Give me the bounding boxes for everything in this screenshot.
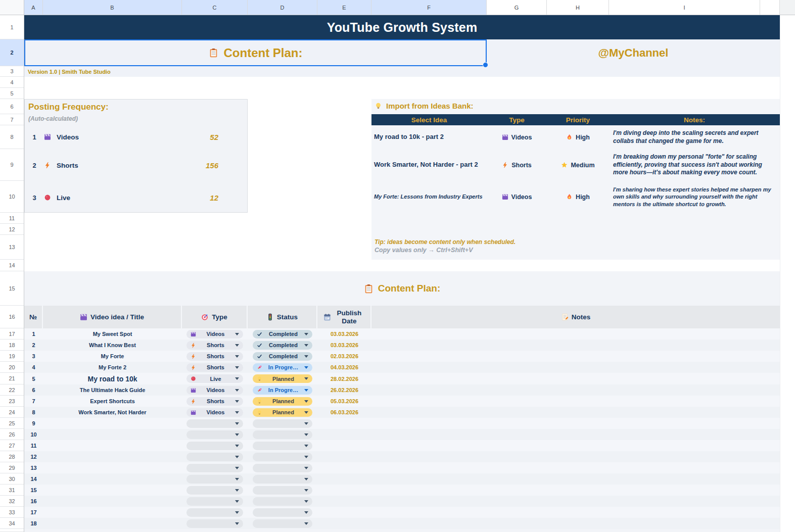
column-header-G[interactable]: G <box>487 0 547 15</box>
column-header-F[interactable]: F <box>371 0 487 15</box>
row-header-31[interactable]: 31 <box>0 485 24 496</box>
status-dropdown[interactable]: Planned <box>253 374 312 383</box>
notes-cell[interactable] <box>371 384 780 396</box>
video-title-cell[interactable] <box>43 462 182 473</box>
row-header-13[interactable]: 13 <box>0 235 24 260</box>
type-dropdown[interactable] <box>186 453 243 461</box>
type-dropdown[interactable]: Shorts <box>186 363 243 372</box>
row-header-33[interactable]: 33 <box>0 507 24 518</box>
status-dropdown[interactable] <box>253 486 312 495</box>
video-title-cell[interactable] <box>43 473 182 485</box>
idea-title-cell[interactable]: My road to 10k - part 2 <box>371 125 487 149</box>
video-title-cell[interactable]: My Forte <box>43 351 182 362</box>
publish-date-cell[interactable] <box>317 429 371 440</box>
column-header-C[interactable]: C <box>182 0 248 15</box>
type-dropdown[interactable]: Live <box>186 374 243 383</box>
row-header-18[interactable]: 18 <box>0 340 24 351</box>
type-dropdown[interactable] <box>186 497 243 506</box>
row-header-26[interactable]: 26 <box>0 429 24 440</box>
publish-date-cell[interactable]: 05.03.2026 <box>317 396 371 407</box>
notes-cell[interactable] <box>371 496 780 507</box>
row-header-2[interactable]: 2 <box>0 39 24 66</box>
notes-cell[interactable] <box>371 440 780 451</box>
publish-date-cell[interactable] <box>317 473 371 485</box>
status-dropdown[interactable] <box>253 497 312 506</box>
video-title-cell[interactable] <box>43 485 182 496</box>
row-header-1[interactable]: 1 <box>0 15 24 39</box>
row-header-5[interactable]: 5 <box>0 88 24 99</box>
column-header-I[interactable]: I <box>609 0 760 15</box>
column-header-E[interactable]: E <box>317 0 371 15</box>
row-header-3[interactable]: 3 <box>0 66 24 77</box>
status-dropdown[interactable]: Completed <box>253 341 312 350</box>
publish-date-cell[interactable]: 02.03.2026 <box>317 351 371 362</box>
publish-date-cell[interactable] <box>317 462 371 473</box>
video-title-cell[interactable]: Work Smarter, Not Harder <box>43 407 182 418</box>
status-dropdown[interactable]: In Progre… <box>253 386 312 395</box>
publish-date-cell[interactable] <box>317 485 371 496</box>
video-title-cell[interactable]: My road to 10k <box>43 373 182 384</box>
column-header-A[interactable]: A <box>24 0 43 15</box>
row-header-17[interactable]: 17 <box>0 328 24 340</box>
status-dropdown[interactable]: Planned <box>253 408 312 417</box>
notes-cell[interactable] <box>371 351 780 362</box>
status-dropdown[interactable]: Completed <box>253 352 312 361</box>
row-header-15[interactable]: 15 <box>0 271 24 306</box>
video-title-cell[interactable] <box>43 418 182 429</box>
column-header-D[interactable]: D <box>248 0 317 15</box>
type-dropdown[interactable]: Shorts <box>186 341 243 350</box>
publish-date-cell[interactable]: 04.03.2026 <box>317 362 371 373</box>
row-header-12[interactable]: 12 <box>0 224 24 235</box>
video-title-cell[interactable] <box>43 496 182 507</box>
row-header-32[interactable]: 32 <box>0 496 24 507</box>
notes-cell[interactable] <box>371 407 780 418</box>
status-dropdown[interactable] <box>253 453 312 461</box>
row-header-24[interactable]: 24 <box>0 407 24 418</box>
status-dropdown[interactable] <box>253 419 312 428</box>
publish-date-cell[interactable]: 26.02.2026 <box>317 384 371 396</box>
publish-date-cell[interactable]: 03.03.2026 <box>317 340 371 351</box>
publish-date-cell[interactable]: 03.03.2026 <box>317 328 371 340</box>
notes-cell[interactable] <box>371 518 780 529</box>
channel-name-cell[interactable]: @MyChannel <box>487 39 780 66</box>
notes-cell[interactable] <box>371 418 780 429</box>
publish-date-cell[interactable] <box>317 440 371 451</box>
row-header-10[interactable]: 10 <box>0 181 24 213</box>
row-header-23[interactable]: 23 <box>0 396 24 407</box>
column-header-B[interactable]: B <box>43 0 182 15</box>
notes-cell[interactable] <box>371 373 780 384</box>
type-dropdown[interactable] <box>186 442 243 450</box>
sheet-corner-selector[interactable] <box>0 0 24 15</box>
row-header-27[interactable]: 27 <box>0 440 24 451</box>
notes-cell[interactable] <box>371 451 780 462</box>
status-dropdown[interactable]: In Progre… <box>253 363 312 372</box>
row-header-8[interactable]: 8 <box>0 125 24 149</box>
row-header-7[interactable]: 7 <box>0 114 24 125</box>
type-dropdown[interactable] <box>186 519 243 528</box>
type-dropdown[interactable] <box>186 475 243 483</box>
notes-cell[interactable] <box>371 429 780 440</box>
status-dropdown[interactable] <box>253 430 312 439</box>
video-title-cell[interactable]: My Forte 2 <box>43 362 182 373</box>
row-header-14[interactable]: 14 <box>0 260 24 271</box>
notes-cell[interactable] <box>371 362 780 373</box>
column-header-H[interactable]: H <box>547 0 609 15</box>
type-dropdown[interactable] <box>186 464 243 472</box>
row-header-30[interactable]: 30 <box>0 473 24 485</box>
row-header-34[interactable]: 34 <box>0 518 24 529</box>
type-dropdown[interactable] <box>186 508 243 517</box>
type-dropdown[interactable] <box>186 419 243 428</box>
publish-date-cell[interactable] <box>317 496 371 507</box>
video-title-cell[interactable] <box>43 507 182 518</box>
publish-date-cell[interactable] <box>317 507 371 518</box>
row-header-11[interactable]: 11 <box>0 213 24 224</box>
type-dropdown[interactable] <box>186 486 243 495</box>
type-dropdown[interactable]: Shorts <box>186 352 243 361</box>
publish-date-cell[interactable]: 06.03.2026 <box>317 407 371 418</box>
notes-cell[interactable] <box>371 396 780 407</box>
publish-date-cell[interactable]: 28.02.2026 <box>317 373 371 384</box>
video-title-cell[interactable]: The Ultimate Hack Guide <box>43 384 182 396</box>
video-title-cell[interactable] <box>43 429 182 440</box>
row-header-4[interactable]: 4 <box>0 77 24 88</box>
status-dropdown[interactable]: Planned <box>253 397 312 406</box>
